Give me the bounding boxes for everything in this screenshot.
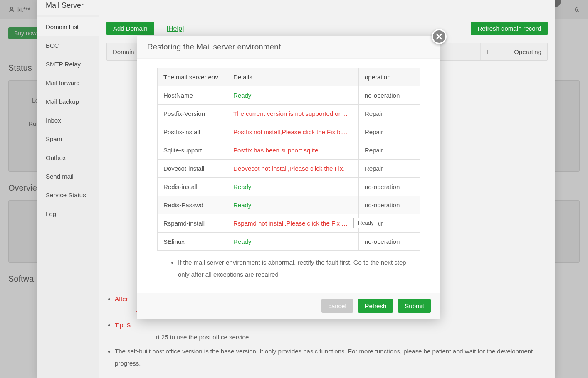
env-detail: Ready bbox=[227, 196, 359, 214]
env-name: Postfix-Version bbox=[158, 105, 227, 123]
env-detail: Postfix has been support sqlite bbox=[227, 141, 359, 160]
repair-link[interactable]: Repair bbox=[359, 105, 420, 123]
env-table: The mail server env Details operation Ho… bbox=[157, 68, 420, 251]
env-detail: Postfix not install,Please click the Fix… bbox=[227, 123, 359, 141]
env-row: SElinuxReadyno-operation bbox=[158, 233, 420, 251]
env-detail: Rspamd not install,Please click the Fix … bbox=[227, 214, 359, 233]
modal-header: Restoring the Mail server environment bbox=[137, 36, 440, 59]
submit-button[interactable]: Submit bbox=[398, 299, 431, 313]
no-operation: no-operation bbox=[359, 178, 420, 196]
env-detail: Ready bbox=[227, 233, 359, 251]
repair-link[interactable]: Repair bbox=[359, 141, 420, 160]
env-row: Dovecot-installDeovecot not install,Plea… bbox=[158, 160, 420, 178]
modal-body: The mail server env Details operation Ho… bbox=[137, 59, 440, 293]
env-name: Dovecot-install bbox=[158, 160, 227, 178]
modal-footer: cancel Refresh Submit bbox=[137, 293, 440, 319]
env-name: Redis-install bbox=[158, 178, 227, 196]
env-detail: Deovecot not install,Please click the Fi… bbox=[227, 160, 359, 178]
env-row: Sqlite-supportPostfix has been support s… bbox=[158, 141, 420, 160]
no-operation: no-operation bbox=[359, 196, 420, 214]
cancel-button[interactable]: cancel bbox=[321, 299, 353, 313]
env-detail: Ready bbox=[227, 178, 359, 196]
no-operation: no-operation bbox=[359, 86, 420, 105]
env-name: Postfix-install bbox=[158, 123, 227, 141]
modal-note: If the mail server environment is abnorm… bbox=[157, 251, 420, 289]
close-icon bbox=[436, 33, 442, 40]
env-row: Rspamd-installRspamd not install,Please … bbox=[158, 214, 420, 233]
refresh-button[interactable]: Refresh bbox=[358, 299, 393, 313]
hover-tooltip: Ready bbox=[353, 218, 378, 228]
modal-note-text: If the mail server environment is abnorm… bbox=[178, 257, 416, 280]
env-detail: The current version is not supported or … bbox=[227, 105, 359, 123]
env-row: Postfix-VersionThe current version is no… bbox=[158, 105, 420, 123]
th-env: The mail server env bbox=[158, 68, 227, 86]
env-row: Redis-PasswdReadyno-operation bbox=[158, 196, 420, 214]
env-row: Postfix-installPostfix not install,Pleas… bbox=[158, 123, 420, 141]
env-row: Redis-installReadyno-operation bbox=[158, 178, 420, 196]
env-row: HostNameReadyno-operation bbox=[158, 86, 420, 105]
env-name: HostName bbox=[158, 86, 227, 105]
env-detail: Ready bbox=[227, 86, 359, 105]
env-name: Rspamd-install bbox=[158, 214, 227, 233]
restore-env-modal: Restoring the Mail server environment Th… bbox=[137, 36, 440, 319]
env-name: Redis-Passwd bbox=[158, 196, 227, 214]
repair-link[interactable]: Repair bbox=[359, 123, 420, 141]
th-details: Details bbox=[227, 68, 359, 86]
repair-link[interactable]: Repair bbox=[359, 160, 420, 178]
env-name: SElinux bbox=[158, 233, 227, 251]
no-operation: no-operation bbox=[359, 233, 420, 251]
th-operation: operation bbox=[359, 68, 420, 86]
modal-close-button[interactable] bbox=[432, 29, 447, 44]
modal-title: Restoring the Mail server environment bbox=[147, 42, 281, 51]
env-name: Sqlite-support bbox=[158, 141, 227, 160]
